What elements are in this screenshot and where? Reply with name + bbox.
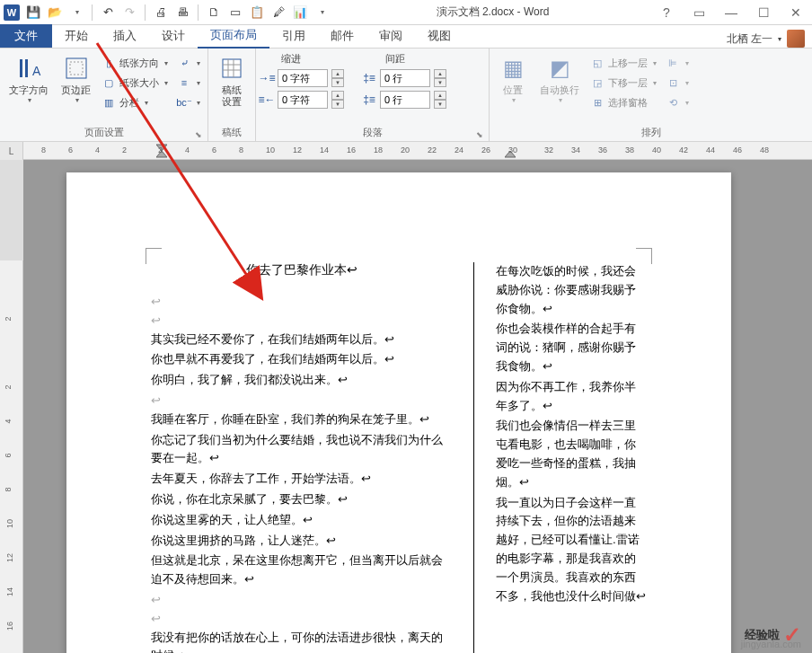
quick-access-toolbar: 💾 📂 ▾ ↶ ↷ 🖨 🖶 🗋 ▭ 📋 🖉 📊 ▾ <box>23 3 331 22</box>
spin-down-icon[interactable]: ▼ <box>434 100 446 109</box>
spin-up-icon[interactable]: ▲ <box>331 69 344 78</box>
horizontal-ruler[interactable]: L 86422468101214161820222426303234363840… <box>0 142 812 160</box>
svg-rect-3 <box>66 58 86 78</box>
doc-paragraph[interactable]: 你忘记了我们当初为什么要结婚，我也说不清我们为什么要在一起。↩ <box>151 431 452 469</box>
minimize-icon[interactable]: — <box>719 3 744 22</box>
misc-icon[interactable]: 🖉 <box>269 3 288 22</box>
indent-right-input[interactable]: 0 字符 <box>278 91 328 109</box>
tab-home[interactable]: 开始 <box>52 24 101 48</box>
help-icon[interactable]: ? <box>654 3 679 22</box>
paste-special-icon[interactable]: 📋 <box>247 3 267 22</box>
qat-more-icon[interactable]: ▾ <box>66 3 86 22</box>
print-preview-icon[interactable]: 🖨 <box>151 3 171 22</box>
tab-view[interactable]: 视图 <box>415 24 463 48</box>
columns-button[interactable]: ▥ 分栏▾ <box>98 93 172 111</box>
doc-paragraph[interactable]: 去年夏天，你辞去了工作，开始学法语。↩ <box>151 470 452 489</box>
text-direction-button[interactable]: A 文字方向 ▾ <box>4 50 54 108</box>
doc-paragraph[interactable]: 你也会装模作样的合起手有词的说：猪啊，感谢你赐予我食物。↩ <box>496 320 647 375</box>
doc-paragraph[interactable]: 你说，你在北京呆腻了，要去巴黎。↩ <box>151 490 452 509</box>
wrap-button[interactable]: ◩ 自动换行 ▾ <box>534 50 585 108</box>
doc-title[interactable]: 你去了巴黎作业本↩ <box>151 262 452 278</box>
print-icon[interactable]: 🖶 <box>172 3 192 22</box>
save-icon[interactable]: 💾 <box>23 3 43 22</box>
margins-button[interactable]: 页边距 ▾ <box>56 50 96 108</box>
doc-paragraph[interactable]: ↩ <box>151 312 452 331</box>
doc-paragraph[interactable]: 你说这里拥挤的马路，让人迷茫。↩ <box>151 532 452 551</box>
ribbon-tabs: 文件 开始 插入 设计 页面布局 引用 邮件 审阅 视图 北栖 左一 ▾ <box>0 25 812 49</box>
close-icon[interactable]: ✕ <box>783 3 808 22</box>
columns-icon: ▥ <box>102 95 116 110</box>
maximize-icon[interactable]: ☐ <box>751 3 776 22</box>
ribbon-options-icon[interactable]: ▭ <box>686 3 711 22</box>
page-setup-launcher-icon[interactable]: ⬊ <box>195 130 202 139</box>
window-title: 演示文档 2.docx - Word <box>331 4 654 20</box>
tab-review[interactable]: 审阅 <box>366 24 415 48</box>
doc-paragraph[interactable]: 我一直以为日子会这样一直持续下去，但你的法语越来越好，已经可以看懂让.雷诺的电影… <box>496 494 647 606</box>
align-button[interactable]: ⊫▾ <box>662 54 693 72</box>
chart-icon[interactable]: 📊 <box>290 3 310 22</box>
ruler-corner[interactable]: L <box>0 142 23 160</box>
selection-pane-button[interactable]: ⊞选择窗格 <box>587 93 660 111</box>
group-page-setup: A 文字方向 ▾ 页边距 ▾ ▯ 纸张方向▾ ▢ 纸张大小▾ <box>0 49 208 141</box>
doc-paragraph[interactable]: ↩ <box>151 392 452 410</box>
doc-paragraph[interactable]: 你说这里雾的天，让人绝望。↩ <box>151 511 452 530</box>
doc-paragraph[interactable]: ↩ <box>151 591 452 610</box>
indent-left-input[interactable]: 0 字符 <box>278 69 328 87</box>
paragraph-launcher-icon[interactable]: ⬊ <box>476 130 483 139</box>
tab-design[interactable]: 设计 <box>149 24 198 48</box>
gaozhi-settings-button[interactable]: 稿纸 设置 <box>212 50 252 111</box>
vertical-ruler[interactable]: 422246810121416 <box>0 160 23 653</box>
doc-paragraph[interactable]: ↩ <box>151 293 452 312</box>
doc-paragraph[interactable]: 在每次吃饭的时候，我还会威胁你说：你要感谢我赐予你食物。↩ <box>496 262 647 318</box>
margin-corner-tr <box>636 248 652 264</box>
orientation-button[interactable]: ▯ 纸张方向▾ <box>98 54 172 72</box>
doc-paragraph[interactable]: 因为你不再工作，我养你半年多了。↩ <box>496 378 647 416</box>
space-before-icon: ‡≡ <box>362 71 376 85</box>
spin-down-icon[interactable]: ▼ <box>434 78 446 87</box>
space-after-input[interactable]: 0 行 <box>380 91 430 109</box>
qat-dropdown-icon[interactable]: ▾ <box>312 3 331 22</box>
open-icon[interactable]: 📂 <box>45 3 65 22</box>
document-page[interactable]: 你去了巴黎作业本↩ ↩↩其实我已经不爱你了，在我们结婚两年以后。↩你也早就不再爱… <box>66 172 731 653</box>
doc-viewport[interactable]: 你去了巴黎作业本↩ ↩↩其实我已经不爱你了，在我们结婚两年以后。↩你也早就不再爱… <box>23 160 812 653</box>
doc-paragraph[interactable]: 你也早就不再爱我了，在我们结婚两年以后。↩ <box>151 350 452 369</box>
send-backward-button[interactable]: ◲下移一层▾ <box>587 74 660 92</box>
tab-file[interactable]: 文件 <box>0 24 52 48</box>
hyphenation-button[interactable]: bc⁻▾ <box>173 93 204 111</box>
spin-down-icon[interactable]: ▼ <box>331 100 344 109</box>
ribbon-right: 北栖 左一 ▾ <box>727 30 812 48</box>
ruler-tick: 32 <box>544 146 553 154</box>
new-doc-icon[interactable]: 🗋 <box>204 3 224 22</box>
tab-references[interactable]: 引用 <box>269 24 318 48</box>
tab-page-layout[interactable]: 页面布局 <box>198 23 269 49</box>
ruler-tick: 6 <box>212 146 216 154</box>
doc-paragraph[interactable]: ↩ <box>151 610 452 629</box>
bring-forward-button[interactable]: ◱上移一层▾ <box>587 54 660 72</box>
breaks-button[interactable]: ⤶▾ <box>173 54 204 72</box>
avatar[interactable] <box>787 30 805 48</box>
doc-paragraph[interactable]: 你明白，我了解，我们都没说出来。↩ <box>151 371 452 390</box>
doc-paragraph[interactable]: 其实我已经不爱你了，在我们结婚两年以后。↩ <box>151 331 452 349</box>
doc-paragraph[interactable]: 我睡在客厅，你睡在卧室，我们养的狗呆在笼子里。↩ <box>151 410 452 429</box>
spin-up-icon[interactable]: ▲ <box>434 91 446 100</box>
doc-paragraph[interactable]: 我们也会像情侣一样去三里屯看电影，也去喝咖啡，你爱吃一些奇怪的蛋糕，我抽烟。↩ <box>496 417 647 491</box>
ribbon-content: A 文字方向 ▾ 页边距 ▾ ▯ 纸张方向▾ ▢ 纸张大小▾ <box>0 49 812 142</box>
spin-down-icon[interactable]: ▼ <box>331 78 344 87</box>
group-button[interactable]: ⊡▾ <box>662 74 693 92</box>
space-before-input[interactable]: 0 行 <box>380 69 430 87</box>
doc-paragraph[interactable]: 我没有把你的话放在心上，可你的法语进步很快，离天的时候↩ <box>151 629 452 653</box>
size-button[interactable]: ▢ 纸张大小▾ <box>98 74 172 92</box>
spin-up-icon[interactable]: ▲ <box>331 91 344 100</box>
undo-icon[interactable]: ↶ <box>98 3 118 22</box>
page-break-icon[interactable]: ▭ <box>225 3 245 22</box>
spin-up-icon[interactable]: ▲ <box>434 69 446 78</box>
user-name-label[interactable]: 北栖 左一 <box>727 31 772 47</box>
rotate-button[interactable]: ⟲▾ <box>662 93 693 111</box>
position-button[interactable]: ▦ 位置 ▾ <box>493 50 533 108</box>
doc-paragraph[interactable]: 但这就是北京，呆在这里你想离开它，但当离开以后就会迫不及待想回来。↩ <box>151 552 452 589</box>
position-icon: ▦ <box>499 54 527 83</box>
line-numbers-button[interactable]: ≡▾ <box>173 74 204 92</box>
tab-insert[interactable]: 插入 <box>101 24 149 48</box>
redo-icon[interactable]: ↷ <box>119 3 139 22</box>
tab-mailings[interactable]: 邮件 <box>318 24 366 48</box>
